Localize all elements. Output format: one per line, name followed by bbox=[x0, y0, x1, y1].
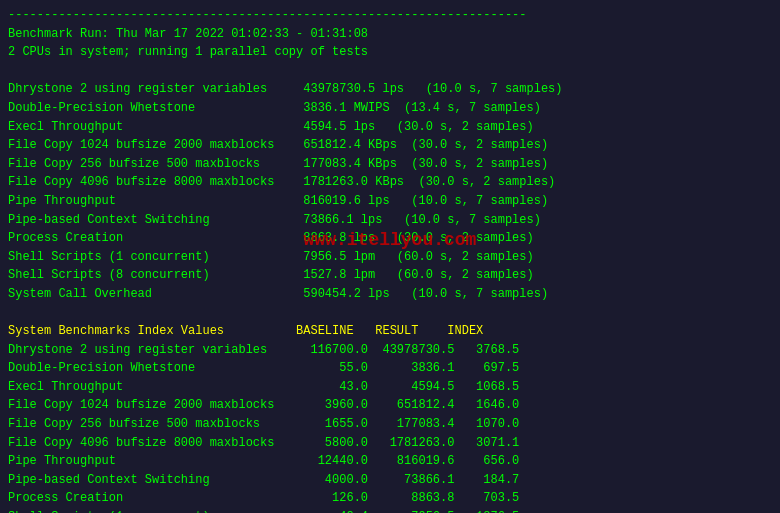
bench-row: File Copy 4096 bufsize 8000 maxblocks 17… bbox=[8, 173, 772, 192]
index-rows: Dhrystone 2 using register variables 116… bbox=[8, 341, 772, 513]
bench-row: Execl Throughput 4594.5 lps (30.0 s, 2 s… bbox=[8, 118, 772, 137]
bench-row: Double-Precision Whetstone 3836.1 MWIPS … bbox=[8, 99, 772, 118]
header-line-1: Benchmark Run: Thu Mar 17 2022 01:02:33 … bbox=[8, 25, 772, 44]
bench-row: System Call Overhead 590454.2 lps (10.0 … bbox=[8, 285, 772, 304]
benchmark-rows: Dhrystone 2 using register variables 439… bbox=[8, 80, 772, 303]
bench-row: File Copy 1024 bufsize 2000 maxblocks 65… bbox=[8, 136, 772, 155]
bench-row: Pipe-based Context Switching 73866.1 lps… bbox=[8, 211, 772, 230]
bench-row: Pipe Throughput 816019.6 lps (10.0 s, 7 … bbox=[8, 192, 772, 211]
blank-2 bbox=[8, 304, 772, 323]
index-row: Double-Precision Whetstone 55.0 3836.1 6… bbox=[8, 359, 772, 378]
index-row: Execl Throughput 43.0 4594.5 1068.5 bbox=[8, 378, 772, 397]
index-row: File Copy 4096 bufsize 8000 maxblocks 58… bbox=[8, 434, 772, 453]
index-row: Pipe-based Context Switching 4000.0 7386… bbox=[8, 471, 772, 490]
index-row: Process Creation 126.0 8863.8 703.5 bbox=[8, 489, 772, 508]
index-row: File Copy 256 bufsize 500 maxblocks 1655… bbox=[8, 415, 772, 434]
bench-row: Dhrystone 2 using register variables 439… bbox=[8, 80, 772, 99]
table-header: System Benchmarks Index Values BASELINE … bbox=[8, 322, 772, 341]
index-row: Pipe Throughput 12440.0 816019.6 656.0 bbox=[8, 452, 772, 471]
blank-1 bbox=[8, 62, 772, 81]
watermark: www.itellyou.com bbox=[304, 230, 477, 250]
index-row: File Copy 1024 bufsize 2000 maxblocks 39… bbox=[8, 396, 772, 415]
index-row: Shell Scripts (1 concurrent) 42.4 7956.5… bbox=[8, 508, 772, 513]
bench-row: File Copy 256 bufsize 500 maxblocks 1770… bbox=[8, 155, 772, 174]
terminal: ----------------------------------------… bbox=[8, 6, 772, 513]
index-row: Dhrystone 2 using register variables 116… bbox=[8, 341, 772, 360]
divider-top: ----------------------------------------… bbox=[8, 6, 772, 25]
bench-row: Shell Scripts (1 concurrent) 7956.5 lpm … bbox=[8, 248, 772, 267]
header-line-2: 2 CPUs in system; running 1 parallel cop… bbox=[8, 43, 772, 62]
bench-row: Shell Scripts (8 concurrent) 1527.8 lpm … bbox=[8, 266, 772, 285]
